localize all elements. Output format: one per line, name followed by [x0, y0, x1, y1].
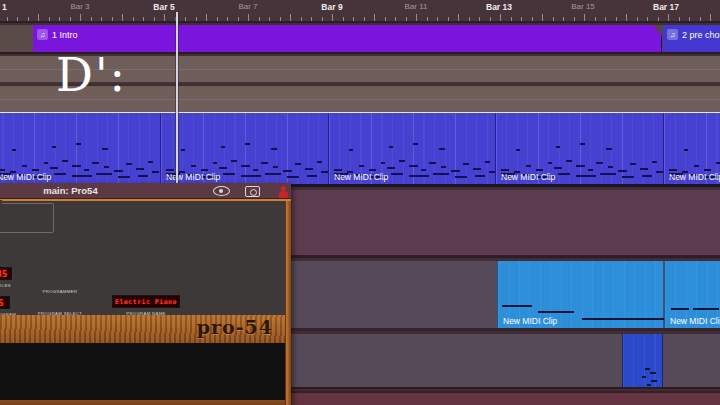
midi-clip[interactable]: New MIDI Clip [328, 113, 495, 184]
midi-note [76, 143, 81, 145]
midi-note [600, 173, 616, 175]
ruler-tick [584, 14, 585, 21]
bar-label: Bar 5 [153, 2, 174, 12]
midi-note [409, 165, 418, 167]
ruler-tick [437, 17, 438, 21]
midi-note [219, 167, 227, 169]
clip-header: ♫1 Intro [37, 29, 78, 40]
section-clip[interactable]: ♫2 pre chor [663, 25, 720, 52]
bar-label: Bar 17 [653, 2, 679, 12]
section-clip[interactable]: ♫1 Intro [33, 25, 662, 52]
midi-note [640, 168, 648, 170]
ruler-tick [490, 17, 491, 21]
midi-note [642, 376, 646, 378]
midi-note [622, 176, 634, 178]
ruler-tick [28, 17, 29, 21]
midi-note [22, 165, 27, 167]
midi-note [148, 161, 153, 163]
midi-note [359, 165, 364, 167]
midi-note [516, 149, 520, 151]
midi-note [136, 168, 144, 170]
camera-icon[interactable] [245, 186, 260, 197]
midi-note [566, 160, 572, 162]
midi-note [321, 171, 328, 173]
midi-note [485, 161, 490, 163]
midi-note [231, 160, 237, 162]
voices-label: VOICES [0, 282, 12, 287]
midi-clip[interactable]: New MIDI Clip [663, 113, 720, 184]
midi-note [618, 170, 627, 172]
midi-note [221, 146, 225, 148]
ruler-tick [574, 17, 575, 21]
ruler-tick [196, 17, 197, 21]
midi-clip[interactable]: New MIDI Clip [160, 113, 328, 184]
midi-note [451, 170, 460, 172]
ruler-tick [689, 17, 690, 21]
ruler-tick [469, 17, 470, 21]
ruler-tick [343, 17, 344, 21]
midi-note [671, 308, 689, 310]
midi-track-selected[interactable]: New MIDI ClipNew MIDI ClipNew MIDI ClipN… [0, 112, 720, 187]
midi-note [52, 146, 56, 148]
midi-note [166, 169, 174, 171]
clip-name: New MIDI Clip [670, 316, 720, 326]
music-note-icon: ♫ [667, 29, 678, 40]
music-note-icon: ♫ [37, 29, 48, 40]
ruler-tick [668, 14, 669, 21]
ruler-tick [479, 17, 480, 21]
clip-name: New MIDI Clip [0, 172, 51, 182]
ruler-tick [647, 17, 648, 21]
ruler-tick [374, 14, 375, 21]
midi-clip[interactable]: New MIDI Clip [0, 113, 160, 184]
midi-clip[interactable]: New MIDI Clip [495, 113, 663, 184]
clip-name: 2 pre chor [682, 30, 720, 40]
midi-note [630, 163, 636, 165]
plugin-titlebar[interactable]: main: Pro54 [0, 183, 291, 199]
section-title: OSCILLATOR A [0, 200, 2, 206]
midi-note [693, 308, 719, 310]
ruler-tick [70, 17, 71, 21]
midi-note [245, 143, 250, 145]
midi-note [287, 176, 299, 178]
midi-note [283, 170, 292, 172]
eye-icon[interactable] [213, 186, 230, 196]
midi-note [558, 173, 570, 175]
ruler-tick [700, 17, 701, 21]
midi-note [433, 173, 449, 175]
midi-clip[interactable]: New MIDI Clip [664, 261, 720, 328]
clip-header: ♫2 pre chor [667, 29, 720, 40]
midi-note [473, 168, 481, 170]
midi-note [642, 175, 652, 177]
midi-clip[interactable] [622, 334, 663, 387]
ruler-tick [395, 17, 396, 21]
midi-note [606, 148, 612, 150]
ruler-tick [448, 17, 449, 21]
ruler-tick [227, 17, 228, 21]
daw-screen: Bar 1Bar 3Bar 5Bar 7Bar 9Bar 11Bar 13Bar… [0, 0, 720, 405]
midi-clip[interactable]: New MIDI Clip [497, 261, 663, 328]
playhead[interactable] [176, 12, 178, 183]
midi-note [62, 160, 68, 162]
ruler-tick [311, 17, 312, 21]
ruler-tick [80, 14, 81, 21]
wood-border-right [285, 201, 291, 405]
ruler-tick [101, 17, 102, 21]
midi-note [389, 146, 393, 148]
person-icon[interactable] [278, 186, 288, 198]
midi-note [554, 167, 562, 169]
midi-note [32, 169, 39, 171]
timeline-ruler[interactable]: Bar 1Bar 3Bar 5Bar 7Bar 9Bar 11Bar 13Bar… [0, 0, 720, 23]
voices-display: 35 [0, 267, 12, 280]
ruler-tick [133, 17, 134, 21]
midi-note [241, 175, 261, 177]
ruler-tick [259, 17, 260, 21]
clip-name: New MIDI Clip [334, 172, 388, 182]
ruler-tick [616, 17, 617, 21]
midi-note [608, 166, 613, 168]
plugin-body: 35 5 Electric Piano PROGRAMMER PROGRAM S… [0, 199, 291, 405]
midi-note [50, 167, 58, 169]
midi-note [253, 169, 258, 171]
ruler-tick [143, 17, 144, 21]
midi-note [54, 173, 66, 175]
midi-note [399, 160, 405, 162]
